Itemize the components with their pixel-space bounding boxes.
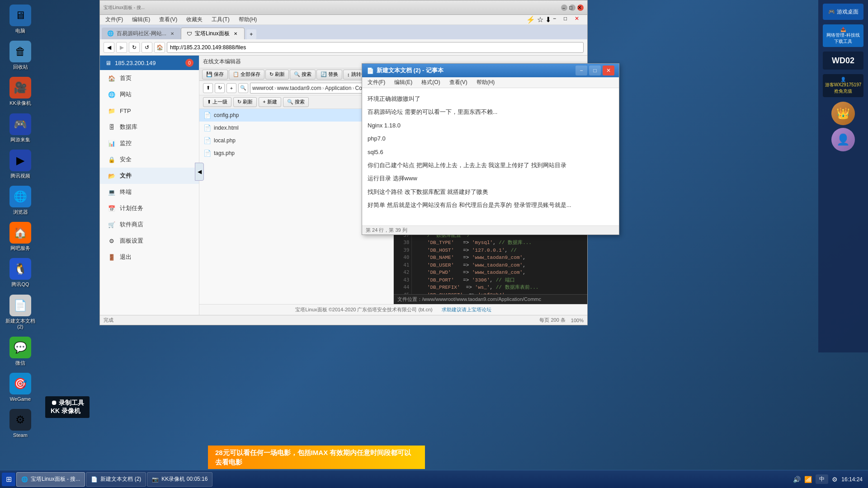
- tab-baiyi-close[interactable]: ✕: [169, 30, 175, 37]
- desktop-icon-steam[interactable]: ⚙ Steam: [5, 409, 36, 438]
- notepad-maximize-btn[interactable]: □: [589, 66, 601, 75]
- replace-btn[interactable]: 🔄 替换: [316, 70, 342, 80]
- sidebar-item-website[interactable]: 🌐 网站: [100, 86, 199, 103]
- sidebar-item-home[interactable]: 🏠 首页: [100, 70, 199, 86]
- window-minimize-btn[interactable]: －: [561, 5, 567, 11]
- file-up-btn[interactable]: ⬆ 上一级: [203, 97, 231, 107]
- menu-file[interactable]: 文件(F): [104, 15, 125, 24]
- desktop-icon-wechat[interactable]: 💬 微信: [5, 337, 36, 366]
- desktop-icon-netease[interactable]: 🏠 网吧服务: [5, 222, 36, 251]
- taskbar-ime-indicator[interactable]: 中: [816, 474, 828, 484]
- notepad-menu-view[interactable]: 查看(V): [448, 78, 469, 87]
- right-side-panel: 🎮 游戏桌面 📥 网络管理-科技线下载工具 WD02 👤 游客WX2917519…: [818, 0, 868, 352]
- browser-lightning-icon[interactable]: ⚡: [526, 15, 535, 24]
- notepad-menu-help[interactable]: 帮助(H): [475, 78, 497, 87]
- sidebar-item-logout[interactable]: 🚪 退出: [100, 249, 199, 265]
- browser-close-btn[interactable]: ✕: [575, 15, 584, 24]
- nav-home-btn[interactable]: 🏠: [154, 42, 165, 53]
- address-bar[interactable]: [167, 42, 584, 53]
- desktop-icon-recycle[interactable]: 🗑 回收站: [5, 41, 36, 70]
- notepad-menu-format[interactable]: 格式(O): [420, 78, 442, 87]
- breadcrumb-wwwroot[interactable]: wwwroot: [252, 85, 274, 91]
- path-up-btn[interactable]: ⬆: [203, 83, 213, 93]
- game-desktop-btn[interactable]: 🎮 游戏桌面: [823, 4, 863, 20]
- tab-baota[interactable]: 🛡 宝塔Linux面板 ✕: [181, 28, 245, 39]
- notepad-menu-edit[interactable]: 编辑(E): [392, 78, 414, 87]
- notepad-line-dir: 运行目录 选择www: [368, 173, 613, 183]
- save-all-btn[interactable]: 📋 全部保存: [229, 70, 264, 80]
- sidebar-item-settings[interactable]: ⚙ 面板设置: [100, 233, 199, 249]
- games-icon: 🎮: [9, 113, 31, 135]
- notepad-minimize-btn[interactable]: −: [576, 66, 587, 75]
- sidebar-item-security[interactable]: 🔒 安全: [100, 151, 199, 168]
- computer-icon: 🖥: [9, 5, 31, 26]
- nav-refresh-btn[interactable]: ↻: [129, 42, 140, 53]
- tab-baota-close[interactable]: ✕: [232, 31, 239, 37]
- save-btn[interactable]: 💾 保存: [202, 70, 228, 80]
- sidebar-files-label: 文件: [120, 172, 132, 180]
- breadcrumb-taodan9[interactable]: www.taodan9.com: [277, 85, 321, 91]
- notepad-titlebar: 📄 新建文本文档 (2) - 记事本 − □ ✕: [362, 64, 619, 77]
- nav-forward-btn[interactable]: ▶: [116, 42, 127, 53]
- file-refresh-btn[interactable]: ↻ 刷新: [233, 97, 257, 107]
- start-btn[interactable]: ⊞: [2, 473, 15, 486]
- taskbar-volume-icon[interactable]: 🔊: [793, 476, 801, 483]
- download-tool-btn[interactable]: 📥 网络管理-科技线下载工具: [823, 24, 863, 47]
- desktop-icon-wegame[interactable]: 🎯 WeGame: [5, 373, 36, 402]
- user-promo-area[interactable]: 👤 游客WX29175197 抢免充值: [823, 74, 863, 97]
- footer-link[interactable]: 求助建议请上宝塔论坛: [442, 306, 491, 313]
- tab-new-btn[interactable]: +: [246, 29, 256, 39]
- notepad-close-btn[interactable]: ✕: [603, 66, 614, 75]
- search-btn[interactable]: 🔍 搜索: [290, 70, 316, 80]
- menu-view[interactable]: 查看(V): [157, 15, 179, 24]
- sidebar-item-software[interactable]: 🛒 软件商店: [100, 216, 199, 233]
- browser-download-icon[interactable]: ⬇: [545, 15, 551, 24]
- desktop-icon-tencent-video[interactable]: ▶ 腾讯视频: [5, 150, 36, 179]
- sidebar-item-ftp[interactable]: 📁 FTP: [100, 103, 199, 119]
- taskbar-steam-icon[interactable]: ⚙: [832, 476, 838, 483]
- desktop-icon-kk[interactable]: 🎥 KK录像机: [5, 77, 36, 106]
- avatar-1[interactable]: 👑: [831, 102, 855, 125]
- window-close-btn[interactable]: ✕: [577, 5, 584, 11]
- sidebar-item-database[interactable]: 🗄 数据库: [100, 119, 199, 135]
- desktop-icon-new-doc[interactable]: 📄 新建文本文档(2): [5, 295, 36, 330]
- tab-baiyi[interactable]: 🌐 百易源码社区-网站... ✕: [102, 28, 181, 39]
- avatar-2[interactable]: 👤: [831, 128, 855, 151]
- taskbar-network-icon[interactable]: 📶: [804, 476, 812, 483]
- breadcrumb-application[interactable]: Application: [325, 85, 352, 91]
- taskbar-btn-notepad[interactable]: 📄 新建文本文档 (2): [86, 472, 146, 487]
- taskbar-btn-kk[interactable]: 📷 KK录像机 00:05:16: [147, 472, 212, 487]
- menu-tools[interactable]: 工具(T): [210, 15, 231, 24]
- sidebar-item-monitor[interactable]: 📊 监控: [100, 135, 199, 151]
- nav-back-btn[interactable]: ◀: [104, 42, 114, 53]
- menu-favorites[interactable]: 收藏夹: [184, 15, 204, 24]
- browser-minimize-btn[interactable]: −: [553, 15, 562, 24]
- menu-help[interactable]: 帮助(H): [237, 15, 259, 24]
- wd02-display[interactable]: WD02: [823, 52, 863, 70]
- sidebar-item-files[interactable]: 📂 文件: [100, 168, 199, 184]
- desktop-icon-browser[interactable]: 🌐 浏览器: [5, 186, 36, 215]
- sidebar-database-label: 数据库: [120, 123, 137, 131]
- path-new-btn[interactable]: +: [226, 83, 236, 93]
- browser-titlebar: 宝塔Linux面板 - 搜... － □ ✕: [100, 0, 587, 15]
- desktop-icon-games[interactable]: 🎮 网游来集: [5, 113, 36, 143]
- notepad-line-simple: 好简单 然后就是这个网站没有后台 和代理后台是共享的 登录管理员账号就是...: [368, 200, 613, 210]
- window-restore-btn[interactable]: □: [569, 5, 576, 11]
- notepad-menu-file[interactable]: 文件(F): [366, 78, 387, 87]
- sidebar-collapse-btn[interactable]: ◀: [195, 163, 204, 181]
- taskbar-btn-browser[interactable]: 🌐 宝塔Linux面板 - 搜...: [16, 472, 85, 487]
- path-search-btn[interactable]: 🔍: [238, 83, 248, 93]
- path-refresh-btn[interactable]: ↻: [215, 83, 225, 93]
- download-label: 网络管理-科技线下载工具: [825, 32, 862, 45]
- menu-edit[interactable]: 编辑(E): [130, 15, 152, 24]
- sidebar-item-tasks[interactable]: 📅 计划任务: [100, 200, 199, 216]
- desktop-icon-qq[interactable]: 🐧 腾讯QQ: [5, 258, 36, 287]
- browser-maximize-btn[interactable]: □: [564, 15, 573, 24]
- refresh-btn[interactable]: ↻ 刷新: [265, 70, 289, 80]
- file-new-btn[interactable]: + 新建: [259, 97, 281, 107]
- sidebar-item-terminal[interactable]: 💻 终端: [100, 184, 199, 200]
- browser-star-icon[interactable]: ☆: [537, 15, 543, 24]
- desktop-icon-computer[interactable]: 🖥 电脑: [5, 5, 36, 34]
- file-search-btn[interactable]: 🔍 搜索: [283, 97, 309, 107]
- nav-undo-btn[interactable]: ↺: [142, 42, 152, 53]
